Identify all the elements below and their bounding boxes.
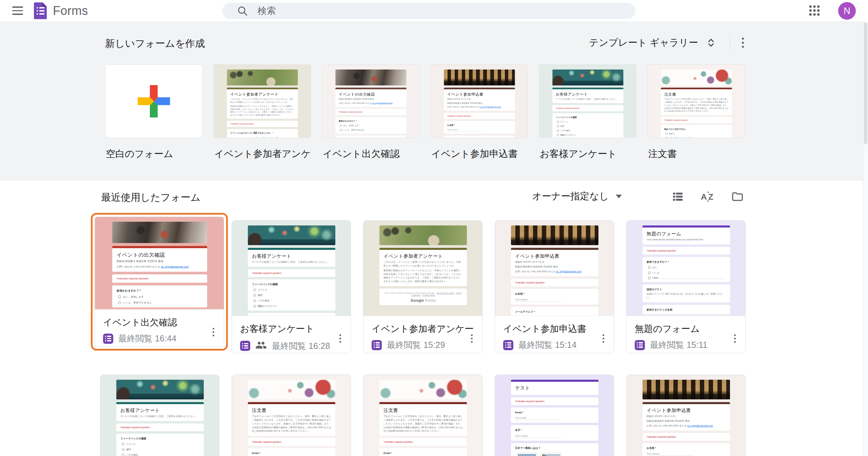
template-card[interactable]: イベント参加申込書開催日 20XX年 1月 4〜6 日開催地 郵便番号 都道府県…	[431, 64, 528, 160]
form-header-image	[379, 380, 467, 399]
card-menu-button[interactable]	[211, 326, 216, 338]
recent-form-card[interactable]: イベントの出欠確認開催地 郵便番号 都道府県 市区町村 番地お問い合わせ: (+…	[95, 217, 224, 347]
unfold-icon	[706, 37, 716, 48]
form-section-card: イベントの出欠確認開催地 郵便番号 都道府県 市区町村 番地お問い合わせ: (+…	[335, 89, 406, 107]
template-gallery-button[interactable]: テンプレート ギャラリー	[586, 34, 720, 51]
form-preview-text: 開催日 20XX年 1月 4〜6 日	[515, 260, 594, 264]
product-name: Forms	[53, 4, 88, 18]
owner-filter-dropdown[interactable]: オーナー指定なし	[530, 190, 624, 203]
forms-logo-icon[interactable]	[34, 2, 47, 19]
form-section-card: お客様アンケートサービスの改善についてお客様のご意見、ご要望をお聞かせください。	[552, 89, 623, 103]
form-preview-text: 開催地 郵便番号 都道府県 市区町村 番地	[515, 265, 594, 269]
page-scrollbar[interactable]	[863, 0, 868, 456]
scrollbar-thumb[interactable]	[864, 22, 867, 144]
recent-form-card[interactable]: イベント参加申込書開催日 20XX年 1月 4〜6 日開催地 郵便番号 都道府県…	[626, 375, 746, 456]
radio-icon	[665, 133, 667, 135]
template-card[interactable]: イベント参加者アンケートこのたびは、イベントにご参加いただきありがとうございまし…	[214, 64, 311, 160]
recent-form-card[interactable]: イベント参加者アンケートこのたびは、イベントにご参加いただきありがとうございまし…	[363, 220, 482, 353]
form-preview-text: 下記のフォームにご注文内容をご記入ください。後日、弊社より折り返しご連絡差し上げ…	[252, 415, 331, 433]
form-section-card: *Indicates required question	[552, 105, 623, 112]
google-apps-grid-icon[interactable]	[807, 3, 822, 18]
form-section-card: *Indicates required question	[227, 121, 298, 127]
recent-card-title: イベント参加申込書	[503, 323, 606, 335]
form-preview-title: イベントの出欠確認	[117, 252, 203, 259]
card-menu-button[interactable]	[732, 332, 738, 345]
form-preview-text: サービスの改善についてお客様のご意見、ご要望をお聞かせください。	[120, 415, 200, 418]
form-section-card: 注文書下記のフォームにご注文内容をご記入ください。後日、弊社より折り返しご連絡差…	[379, 404, 467, 436]
last-viewed-text: 最終閲覧 16:28	[272, 340, 330, 352]
question-title: 日本で一番高い山は？	[515, 447, 594, 450]
form-preview-title: イベント参加申込書	[647, 408, 726, 414]
form-section-card: 参加者の名前をご記入くださいYour answer	[335, 136, 406, 138]
form-section-card: *Indicates required question	[643, 247, 730, 255]
recent-form-card[interactable]: 無題のフォームYour email will be recorded when …	[626, 220, 746, 353]
recent-form-card[interactable]: 注文書下記のフォームにご注文内容をご記入ください。後日、弊社より折り返しご連絡差…	[232, 375, 351, 456]
question-title: 参加するゲストの名前	[647, 308, 726, 312]
template-card[interactable]: イベントの出欠確認開催地 郵便番号 都道府県 市区町村 番地お問い合わせ: (+…	[322, 64, 419, 160]
template-card[interactable]: 空白のフォーム	[105, 64, 202, 160]
radio-option: Other:	[648, 277, 726, 279]
template-section-menu-button[interactable]	[739, 35, 747, 51]
template-card[interactable]: お客様アンケートサービスの改善についてお客様のご意見、ご要望をお聞かせください。…	[539, 64, 636, 160]
recent-form-card[interactable]: イベント参加申込書開催日 20XX年 1月 4〜6 日開催地 郵便番号 都道府県…	[495, 220, 614, 353]
radio-option: コメント	[557, 120, 620, 123]
template-thumbnail: 注文書下記のフォームにご注文内容をご記入ください。後日、弊社より折り返しご連絡差…	[648, 64, 745, 138]
template-thumbnail	[105, 64, 202, 138]
form-preview-text: お問い合わせ: (+81) 000-0000 または no_reply@exam…	[515, 270, 594, 274]
form-header-image	[552, 70, 623, 85]
sort-az-button[interactable]: A Z	[699, 188, 716, 205]
google-forms-brand: Google Forms	[383, 298, 463, 302]
template-row: 空白のフォームイベント参加者アンケートこのたびは、イベントにご参加いただきありが…	[105, 64, 745, 160]
open-file-picker-button[interactable]	[730, 189, 745, 204]
question-title: お名前 *	[515, 292, 594, 296]
form-preview-title: イベント参加者アンケート	[230, 92, 295, 97]
recent-form-card[interactable]: 注文書下記のフォームにご注文内容をご記入ください。後日、弊社より折り返しご連絡差…	[363, 375, 482, 456]
form-preview-text: サービスの改善についてお客様のご意見、ご要望をお聞かせください。	[556, 98, 620, 101]
required-note: *Indicates required question	[647, 436, 726, 438]
recent-section-title: 最近使用したフォーム	[101, 191, 200, 204]
template-card[interactable]: 注文書下記のフォームにご注文内容をご記入ください。後日、弊社より折り返しご連絡差…	[648, 64, 745, 160]
selected-card-highlight: イベントの出欠確認開催地 郵便番号 都道府県 市区町村 番地お問い合わせ: (+…	[91, 213, 228, 351]
required-note: *Indicates required question	[339, 111, 403, 113]
answer-placeholder: Your email	[515, 417, 561, 420]
form-thumbnail-content: お客様アンケートサービスの改善についてお客様のご意見、ご要望をお聞かせください。…	[232, 225, 351, 316]
form-section-card: *Indicates required question	[511, 397, 598, 405]
other-answer-line	[660, 277, 725, 279]
form-thumbnail-content: テスト*Indicates required questionEmail *Yo…	[495, 380, 614, 456]
radio-icon	[648, 277, 651, 279]
recent-card-footer: お客様アンケート最終閲覧 16:28	[232, 316, 351, 353]
form-preview-text: 参加者の皆様からのフィードバックをもとに、今後もイベントの運営と内容を改善してま…	[383, 269, 463, 283]
form-section-card: *Indicates required question	[661, 117, 732, 123]
card-menu-button[interactable]	[337, 332, 343, 345]
radio-option: バグの報告	[122, 453, 200, 456]
form-section-card: Email *Your email	[248, 448, 335, 456]
form-preview-title: イベント参加者アンケート	[383, 253, 463, 259]
radio-option: 初めて	[665, 132, 729, 135]
form-preview-title: テスト	[515, 385, 594, 391]
account-avatar[interactable]: N	[838, 2, 856, 20]
form-section-card: イベント参加申込書開催日 20XX年 1月 4〜6 日開催地 郵便番号 都道府県…	[643, 404, 730, 431]
search-input[interactable]	[257, 5, 597, 17]
recent-form-card[interactable]: お客様アンケートサービスの改善についてお客様のご意見、ご要望をお聞かせください。…	[100, 375, 219, 456]
card-menu-button[interactable]	[469, 332, 475, 345]
list-view-button[interactable]	[670, 189, 686, 204]
question-title: 参加されますか？ *	[339, 120, 403, 122]
radio-option: はい	[648, 266, 726, 269]
form-thumbnail-content: お客様アンケートサービスの改善についてお客様のご意見、ご要望をお聞かせください。…	[539, 70, 636, 138]
form-preview-title: お客様アンケート	[120, 408, 200, 414]
radio-icon	[557, 125, 559, 127]
recent-form-card[interactable]: お客様アンケートサービスの改善についてお客様のご意見、ご要望をお聞かせください。…	[232, 220, 351, 353]
radio-icon	[253, 305, 256, 308]
search-bar[interactable]	[222, 3, 635, 19]
form-header-image	[511, 225, 598, 245]
main-menu-button[interactable]	[9, 3, 26, 19]
form-preview-text: 参加者の皆様からのフィードバックをもとに、今後もイベントの運営と内容を改善してま…	[230, 105, 295, 117]
form-thumbnail: 注文書下記のフォームにご注文内容をご記入ください。後日、弊社より折り返しご連絡差…	[363, 375, 482, 456]
mountain-photo-option	[541, 453, 562, 456]
form-section-card: *Indicates required question	[511, 279, 598, 286]
card-menu-button[interactable]	[600, 332, 606, 345]
recent-card-meta: 最終閲覧 15:29	[372, 339, 474, 351]
recent-form-card[interactable]: テスト*Indicates required questionEmail *Yo…	[495, 375, 614, 456]
template-label: イベント参加者アンケー...	[214, 147, 311, 160]
recent-card-title: イベント参加者アンケート	[372, 323, 474, 335]
